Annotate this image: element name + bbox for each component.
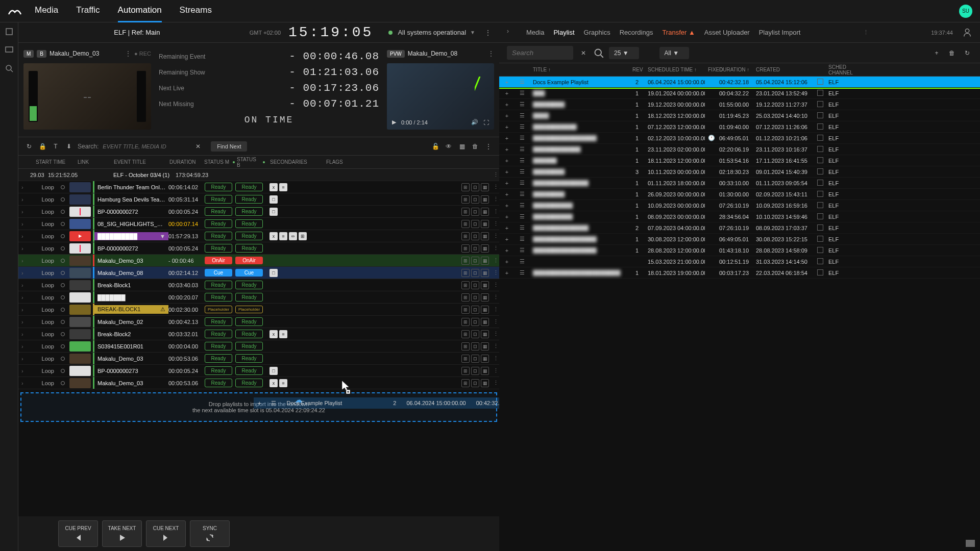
link-cell[interactable] <box>58 357 67 361</box>
playlist-row[interactable]: + ☰ ████████████████ 1 02.12.2023 10:00:… <box>499 133 980 144</box>
add-playlist-icon[interactable]: + <box>499 124 514 130</box>
sidebar-monitor-icon[interactable] <box>5 46 13 54</box>
lock-icon[interactable]: 🔒 <box>38 142 47 151</box>
playlist-row[interactable]: + ☰ ██████████ 1 10.09.2023 00:00:00.00 … <box>499 200 980 211</box>
flag-icon[interactable]: ⊡ <box>471 208 479 216</box>
pvw-menu-icon[interactable]: ⋮ <box>488 50 494 57</box>
flag-icon[interactable]: ⊞ <box>461 367 470 375</box>
flag-icon[interactable]: ▦ <box>481 318 489 326</box>
row-menu-icon[interactable]: ⋮ <box>493 306 499 313</box>
pgm-menu-icon[interactable]: ⋮ <box>125 50 131 57</box>
clear-icon[interactable]: ✕ <box>578 48 589 58</box>
filter-select[interactable]: All ▼ <box>659 47 690 59</box>
secondary-icon[interactable]: x <box>270 183 278 191</box>
pcol-sched[interactable]: SCHEDULED TIME ↑ <box>645 67 705 72</box>
eye-icon[interactable]: 👁 <box>444 142 453 151</box>
flag-icon[interactable]: ⊡ <box>471 367 479 375</box>
add-playlist-icon[interactable]: + <box>499 79 514 85</box>
secondary-icon[interactable]: ≡ <box>279 232 287 240</box>
row-menu-icon[interactable]: ⋮ <box>493 318 499 325</box>
expand-icon[interactable]: › <box>21 307 28 313</box>
flag-icon[interactable]: ⊞ <box>461 269 470 277</box>
flag-icon[interactable]: ▦ <box>481 281 489 289</box>
expand-icon[interactable]: › <box>21 368 28 374</box>
row-menu-icon[interactable]: ⋮ <box>493 208 499 215</box>
user-icon[interactable] <box>962 28 972 38</box>
playlist-row[interactable]: + ☰ Docs Example Playlist 2 06.04.2024 1… <box>499 77 980 88</box>
flag-icon[interactable]: ▦ <box>481 269 489 277</box>
secondary-icon[interactable]: x <box>270 379 278 387</box>
secondary-icon[interactable]: □ <box>270 367 278 375</box>
link-cell[interactable] <box>58 210 67 214</box>
add-playlist-icon[interactable]: + <box>499 214 514 220</box>
playlist-row[interactable]: + ☰ 15.03.2023 21:00:00.00 00:12:51.19 3… <box>499 256 980 267</box>
rundown-row[interactable]: › Loop Makalu_Demo_02 00:00:42.13 Ready … <box>18 316 499 328</box>
playlist-list[interactable]: + ☰ Docs Example Playlist 2 06.04.2024 1… <box>499 77 980 551</box>
playlist-row[interactable]: + ☰ ████████████████ 1 30.08.2023 12:00:… <box>499 234 980 245</box>
playlist-row[interactable]: + ☰ ████ 1 18.12.2023 12:00:00.00 01:19:… <box>499 110 980 121</box>
link-cell[interactable] <box>58 381 67 385</box>
thumbnail[interactable] <box>69 207 91 217</box>
chevron-down-icon[interactable]: ▼ <box>470 30 475 35</box>
thumbnail[interactable]: ▶ <box>69 231 91 241</box>
pcol-fixed[interactable]: FIXED <box>705 67 716 72</box>
secondary-icon[interactable]: □ <box>270 208 278 216</box>
rundown-row[interactable]: › Loop BP-0000000272 00:00:05.24 Ready R… <box>18 206 499 218</box>
playlist-checkbox[interactable] <box>814 135 825 142</box>
add-playlist-icon[interactable]: + <box>499 102 514 108</box>
flag-icon[interactable]: ⊡ <box>471 330 479 338</box>
flag-icon[interactable]: ⊞ <box>461 342 470 350</box>
flag-icon[interactable]: ▦ <box>481 257 489 265</box>
flag-icon[interactable]: ⊞ <box>461 355 470 363</box>
nav-media[interactable]: Media <box>35 0 58 22</box>
playlist-checkbox[interactable] <box>814 168 825 176</box>
play-icon[interactable]: ▶ <box>392 119 396 126</box>
add-playlist-icon[interactable]: + <box>499 203 514 209</box>
flag-icon[interactable]: ⊞ <box>461 257 470 265</box>
expand-icon[interactable]: › <box>21 282 28 288</box>
rundown-search-input[interactable] <box>103 143 189 149</box>
thumbnail[interactable] <box>69 182 91 192</box>
col-sec[interactable]: SECONDARIES <box>265 159 316 165</box>
thumbnail[interactable] <box>69 194 91 205</box>
flag-icon[interactable]: ⊞ <box>461 379 470 387</box>
playlist-checkbox[interactable] <box>814 224 825 232</box>
user-avatar[interactable]: SU <box>959 5 972 18</box>
row-menu-icon[interactable]: ⋮ <box>493 380 499 386</box>
playlist-checkbox[interactable] <box>814 180 825 187</box>
flag-icon[interactable]: ▦ <box>481 244 489 253</box>
playlist-checkbox[interactable] <box>814 236 825 243</box>
col-start[interactable]: START TIME <box>34 159 76 165</box>
playlist-row[interactable]: + ☰ ███████████ 1 07.12.2023 12:00:00.00… <box>499 121 980 133</box>
rundown-row[interactable]: › Loop Break-Block1 00:03:40.03 Ready Re… <box>18 279 499 291</box>
tab-media[interactable]: Media <box>526 29 544 36</box>
flag-icon[interactable]: ▦ <box>481 367 489 375</box>
flag-icon[interactable]: ⊞ <box>461 195 470 204</box>
flag-icon[interactable]: ▦ <box>481 342 489 350</box>
find-next-button[interactable]: Find Next <box>211 141 247 152</box>
flag-icon[interactable]: ⊡ <box>471 195 479 204</box>
rundown-row[interactable]: › Loop ▶ ██████████ ▼ 01:57:29.13 Ready … <box>18 230 499 242</box>
add-playlist-icon[interactable]: + <box>499 225 514 231</box>
secondary-icon[interactable]: ⊞ <box>299 232 307 240</box>
playlist-checkbox[interactable] <box>814 157 825 164</box>
link-cell[interactable] <box>58 234 67 238</box>
row-menu-icon[interactable]: ⋮ <box>493 257 499 264</box>
expand-icon[interactable]: › <box>21 294 28 300</box>
rundown-list[interactable]: 29.03 15:21:52.05 ELF - October 03/4 (1)… <box>18 169 499 516</box>
row-menu-icon[interactable]: ⋮ <box>493 245 499 252</box>
rundown-row[interactable]: › Loop BREAK-BLOCK1 ⚠ 00:02:30.00 Placeh… <box>18 304 499 316</box>
link-cell[interactable] <box>58 185 67 189</box>
flag-icon[interactable]: ⊡ <box>471 257 479 265</box>
playlist-checkbox[interactable] <box>814 79 825 86</box>
flag-icon[interactable]: ▦ <box>481 379 489 387</box>
rundown-row[interactable]: › Loop Hamburg Sea Devils Tea… 00:05:31.… <box>18 193 499 206</box>
flag-icon[interactable]: ⊡ <box>471 183 479 191</box>
link-cell[interactable] <box>58 222 67 226</box>
playlist-checkbox[interactable] <box>814 123 825 131</box>
link-cell[interactable] <box>58 271 67 275</box>
playlist-row[interactable]: + ☰ ████████ 1 26.09.2023 00:00:00.00 01… <box>499 189 980 200</box>
reload-icon[interactable]: ↻ <box>962 48 972 58</box>
col-statusb[interactable]: STATUS B <box>235 157 263 168</box>
pcol-title[interactable]: TITLE ↑ <box>530 67 629 72</box>
